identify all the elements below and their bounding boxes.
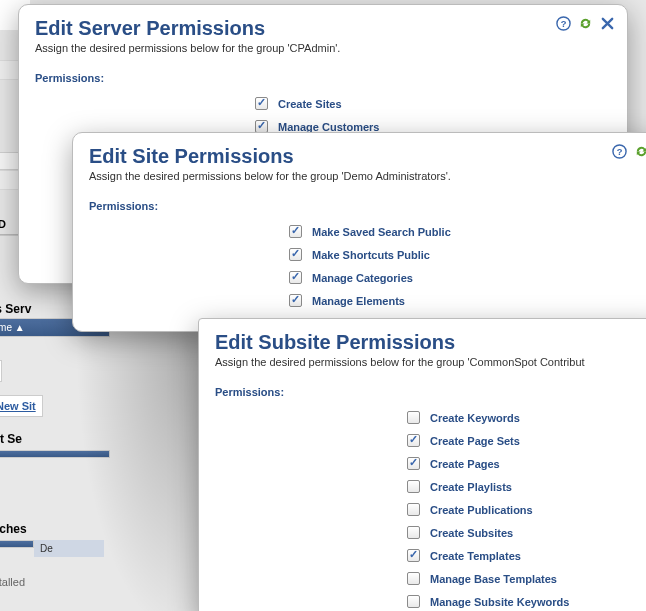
- permission-item: Create Sites: [255, 92, 611, 115]
- permission-item: Manage Categories: [289, 266, 645, 289]
- bg-section-heading: nSpot Se: [0, 432, 110, 446]
- refresh-icon[interactable]: [577, 15, 593, 31]
- svg-text:?: ?: [616, 147, 622, 157]
- permission-label[interactable]: Manage Subsite Keywords: [430, 596, 569, 608]
- permissions-label: Permissions:: [89, 200, 645, 212]
- edit-site-permissions-dialog: ? Edit Site Permissions Assign the desir…: [72, 132, 646, 332]
- help-icon[interactable]: ?: [555, 15, 571, 31]
- edit-subsite-permissions-dialog: Edit Subsite Permissions Assign the desi…: [198, 318, 646, 611]
- permission-item: Create Page Sets: [407, 429, 646, 452]
- bg-text: D: [0, 218, 6, 230]
- bg-section-heading: d Patches: [0, 522, 120, 536]
- permission-label[interactable]: Make Shortcuts Public: [312, 249, 430, 261]
- dialog-subtitle: Assign the desired permissions below for…: [89, 170, 645, 182]
- permission-checkbox[interactable]: [407, 595, 420, 608]
- dialog-subtitle: Assign the desired permissions below for…: [35, 42, 611, 54]
- permission-checkbox[interactable]: [407, 572, 420, 585]
- bg-link[interactable]: ues: [0, 360, 2, 382]
- permissions-list: Create KeywordsCreate Page SetsCreate Pa…: [215, 406, 646, 611]
- permission-item: Create Pages: [407, 452, 646, 475]
- bg-table-header: [0, 450, 110, 458]
- permission-item: Create Subsites: [407, 521, 646, 544]
- permission-label[interactable]: Create Playlists: [430, 481, 512, 493]
- permission-label[interactable]: Manage Categories: [312, 272, 413, 284]
- permission-label[interactable]: Manage Base Templates: [430, 573, 557, 585]
- bg-link[interactable]: ate New Sit: [0, 395, 43, 417]
- permission-checkbox[interactable]: [407, 411, 420, 424]
- permission-checkbox[interactable]: [407, 549, 420, 562]
- permission-checkbox[interactable]: [407, 457, 420, 470]
- permission-label[interactable]: Manage Customers: [278, 121, 379, 133]
- permission-label[interactable]: Create Publications: [430, 504, 533, 516]
- permission-checkbox[interactable]: [289, 271, 302, 284]
- dialog-title: Edit Subsite Permissions: [215, 331, 646, 354]
- permission-label[interactable]: Create Keywords: [430, 412, 520, 424]
- bg-text: es installed: [0, 576, 25, 588]
- permission-item: Create Templates: [407, 544, 646, 567]
- permission-checkbox[interactable]: [407, 480, 420, 493]
- permission-checkbox[interactable]: [407, 503, 420, 516]
- permission-item: Make Shortcuts Public: [289, 243, 645, 266]
- permission-item: Make Saved Search Public: [289, 220, 645, 243]
- permission-label[interactable]: Create Page Sets: [430, 435, 520, 447]
- permission-item: Manage Subsite Keywords: [407, 590, 646, 611]
- bg-table-header: De: [34, 540, 104, 557]
- dialog-title: Edit Server Permissions: [35, 17, 611, 40]
- close-icon[interactable]: [599, 15, 615, 31]
- permission-label[interactable]: Create Pages: [430, 458, 500, 470]
- permission-item: Manage Elements: [289, 289, 645, 312]
- permissions-label: Permissions:: [35, 72, 611, 84]
- permissions-label: Permissions:: [215, 386, 646, 398]
- shadow: [75, 310, 215, 611]
- permission-checkbox[interactable]: [407, 434, 420, 447]
- svg-text:?: ?: [560, 19, 566, 29]
- bg-table-header: [0, 540, 34, 548]
- permission-label[interactable]: Create Subsites: [430, 527, 513, 539]
- dialog-title: Edit Site Permissions: [89, 145, 645, 168]
- permission-label[interactable]: Create Sites: [278, 98, 342, 110]
- help-icon[interactable]: ?: [611, 143, 627, 159]
- permission-checkbox[interactable]: [407, 526, 420, 539]
- permission-label[interactable]: Manage Elements: [312, 295, 405, 307]
- permissions-list: Make Saved Search PublicMake Shortcuts P…: [89, 220, 645, 312]
- permission-checkbox[interactable]: [289, 248, 302, 261]
- dialog-subtitle: Assign the desired permissions below for…: [215, 356, 646, 368]
- permission-item: Create Playlists: [407, 475, 646, 498]
- permission-checkbox[interactable]: [289, 294, 302, 307]
- permission-label[interactable]: Create Templates: [430, 550, 521, 562]
- permission-item: Create Keywords: [407, 406, 646, 429]
- permission-item: Create Publications: [407, 498, 646, 521]
- permission-checkbox[interactable]: [289, 225, 302, 238]
- refresh-icon[interactable]: [633, 143, 646, 159]
- permission-label[interactable]: Make Saved Search Public: [312, 226, 451, 238]
- permission-item: Manage Base Templates: [407, 567, 646, 590]
- permission-checkbox[interactable]: [255, 97, 268, 110]
